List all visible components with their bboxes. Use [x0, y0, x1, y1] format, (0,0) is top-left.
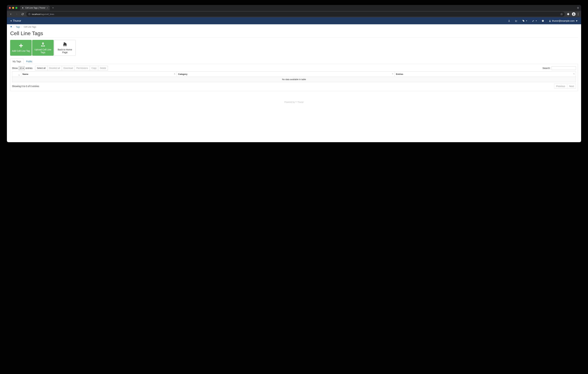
main-container: Cell Line Tags Add Cell Line Tag Upload …: [7, 30, 581, 94]
upload-button-label: Upload Cell Line Tags: [34, 48, 52, 54]
browser-chrome: Cell Line Tags | Thunor × +: [7, 5, 581, 142]
edit-icon: [532, 20, 535, 22]
brand-text: Thunor: [13, 19, 21, 22]
forward-button[interactable]: [14, 13, 19, 15]
delete-button[interactable]: Delete: [98, 66, 108, 70]
close-window-button[interactable]: [9, 7, 11, 9]
user-email: thunor@example.com: [552, 20, 575, 22]
browser-tab[interactable]: Cell Line Tags | Thunor ×: [20, 5, 50, 10]
breadcrumb-sep: ›: [14, 26, 14, 28]
window-menu-icon[interactable]: [577, 7, 579, 9]
breadcrumb-tags[interactable]: Tags: [16, 26, 20, 28]
back-button[interactable]: [9, 13, 13, 15]
bolt-icon: [295, 101, 297, 103]
permissions-button[interactable]: Permissions: [75, 66, 90, 70]
home-icon: [62, 42, 68, 47]
table-empty-row: No data available in table: [12, 77, 576, 82]
column-checkbox[interactable]: [12, 72, 21, 77]
length-select[interactable]: 10: [19, 66, 25, 70]
deselect-all-button[interactable]: Deselect all: [47, 66, 62, 70]
help-icon: ?: [542, 20, 544, 22]
url-path: /tags/cell_lines: [40, 13, 54, 15]
extensions-icon[interactable]: [567, 13, 570, 15]
tab-title: Cell Line Tags | Thunor: [25, 7, 45, 9]
caret-down-icon: ▼: [576, 20, 578, 22]
bookmark-star-icon[interactable]: [560, 13, 563, 15]
entries-label: entries: [26, 67, 32, 69]
prev-button[interactable]: Previous: [554, 84, 567, 89]
svg-point-11: [550, 20, 550, 21]
copy-button[interactable]: Copy: [90, 66, 98, 70]
page-content: Thunor ▼ ▼: [7, 17, 581, 142]
tab-public-label: Public: [26, 60, 32, 63]
plus-icon: [19, 43, 23, 48]
caret-down-icon: ▼: [526, 20, 527, 22]
svg-text:?: ?: [542, 20, 543, 22]
breadcrumb-home[interactable]: [10, 26, 13, 28]
reload-button[interactable]: [20, 13, 25, 15]
search-label: Search:: [543, 67, 550, 69]
browser-window: Cell Line Tags | Thunor × +: [0, 0, 588, 151]
new-tab-button[interactable]: +: [51, 6, 55, 10]
svg-rect-12: [41, 46, 45, 46]
home-icon: [10, 26, 12, 28]
page-title: Cell Line Tags: [10, 30, 578, 38]
user-menu[interactable]: thunor@example.com ▼: [549, 20, 578, 22]
next-button[interactable]: Next: [567, 84, 576, 89]
footer-brand: Thunor: [297, 101, 304, 103]
column-entries[interactable]: Entries: [395, 72, 576, 77]
datatable-bottom: Showing 0 to 0 of 0 entries Previous Nex…: [12, 84, 576, 89]
browser-menu-icon[interactable]: [578, 13, 578, 15]
tab-public[interactable]: Public: [24, 59, 35, 64]
close-tab-icon[interactable]: ×: [47, 7, 48, 9]
breadcrumb: › Tags › Cell Line Tags: [7, 24, 581, 29]
nav-right: ▼ ▼ ? thunor@example.com ▼: [508, 20, 578, 22]
tab-my-tags[interactable]: My Tags: [10, 59, 24, 64]
action-row: Add Cell Line Tag Upload Cell Line Tags …: [10, 40, 578, 56]
nav-help[interactable]: ?: [542, 20, 544, 22]
column-category[interactable]: Category: [177, 72, 395, 77]
add-button-label: Add Cell Line Tag: [12, 50, 30, 53]
no-data-text: No data available in table: [12, 77, 576, 82]
line-chart-icon: [515, 20, 518, 22]
nav-chart[interactable]: [515, 20, 518, 22]
select-all-button[interactable]: Select all: [35, 66, 47, 70]
profile-avatar-icon[interactable]: [572, 12, 576, 16]
upload-icon: [40, 42, 46, 47]
maximize-window-button[interactable]: [15, 7, 17, 9]
caret-down-icon: ▼: [536, 20, 537, 22]
toolbar-buttons: Select all Deselect all Download Permiss…: [35, 66, 108, 70]
breadcrumb-sep: ›: [21, 26, 22, 28]
download-button[interactable]: Download: [62, 66, 75, 70]
breadcrumb-current: Cell Line Tags: [24, 26, 36, 28]
window-controls: [9, 7, 17, 9]
search-input[interactable]: [551, 66, 576, 70]
column-name[interactable]: Name: [21, 72, 177, 77]
svg-point-8: [578, 15, 578, 15]
datatable-pager: Previous Next: [554, 84, 576, 89]
svg-point-0: [577, 7, 579, 9]
app-brand[interactable]: Thunor: [10, 19, 21, 22]
tags-icon: [522, 20, 525, 22]
url-host: localhost: [32, 13, 40, 15]
bolt-icon: [10, 20, 12, 22]
upload-cell-line-tags-button[interactable]: Upload Cell Line Tags: [32, 40, 54, 56]
window-titlebar: Cell Line Tags | Thunor × +: [7, 5, 581, 11]
browser-toolbar: localhost/tags/cell_lines: [7, 11, 581, 17]
svg-point-5: [573, 13, 574, 14]
tab-my-tags-label: My Tags: [13, 60, 21, 63]
address-bar[interactable]: localhost/tags/cell_lines: [26, 12, 565, 17]
add-cell-line-tag-button[interactable]: Add Cell Line Tag: [10, 40, 32, 56]
tabs: My Tags Public: [10, 59, 578, 64]
home-button-label: Back to Home Page: [56, 48, 74, 54]
tab-favicon-bolt-icon: [22, 7, 24, 9]
svg-point-7: [578, 14, 578, 14]
footer-prefix: Powered by: [284, 101, 295, 103]
back-to-home-button[interactable]: Back to Home Page: [54, 40, 76, 56]
nav-edit[interactable]: ▼: [532, 20, 537, 22]
info-icon: [28, 13, 31, 15]
minimize-window-button[interactable]: [12, 7, 14, 9]
nav-tags[interactable]: ▼: [522, 20, 527, 22]
nav-upload[interactable]: [508, 20, 510, 22]
show-label: Show: [12, 67, 18, 69]
